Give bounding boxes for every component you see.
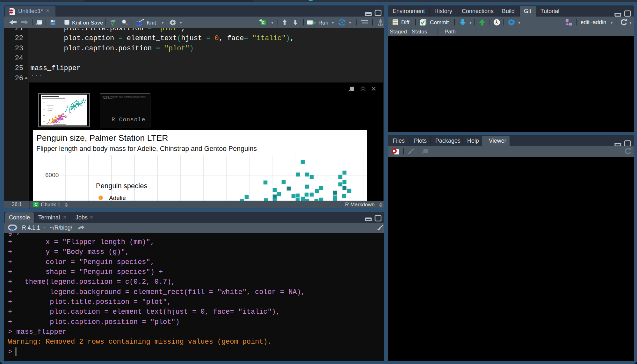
svg-text:C: C [262,21,264,25]
svg-text:R: R [11,225,16,232]
svg-text:Rmd: Rmd [9,11,14,12]
svg-text:ABC: ABC [110,19,116,23]
